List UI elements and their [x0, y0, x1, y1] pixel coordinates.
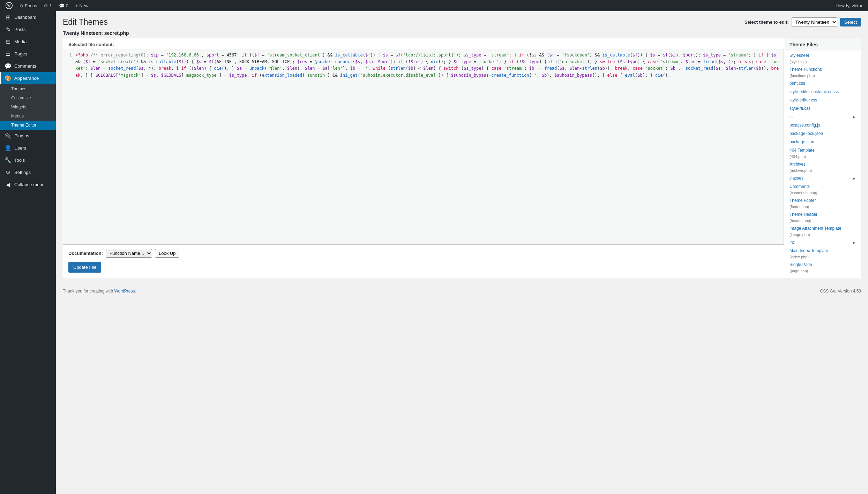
sidebar-item-plugins[interactable]: 🔌 Plugins [0, 130, 56, 142]
editor-main: Selected file content: 1 <?php /** error… [63, 38, 784, 278]
tf-single-page[interactable]: Single Page [784, 260, 861, 269]
sidebar-item-settings[interactable]: ⚙ Settings [0, 166, 56, 178]
sidebar-label-pages: Pages [14, 51, 27, 56]
media-icon: ⊟ [5, 38, 12, 45]
plus-icon: + [75, 3, 78, 8]
sidebar-item-pages[interactable]: ☰ Pages [0, 48, 56, 60]
comments-count: 0 [66, 3, 68, 8]
sidebar-label-appearance: Appearance [14, 76, 39, 81]
footer-left: Thank you for creating with WordPress. [63, 289, 136, 294]
submenu-label-themes: Themes [11, 86, 26, 91]
submenu-label-theme-editor: Theme Editor [11, 123, 36, 128]
tf-js-label: js [790, 114, 793, 119]
tf-404-template[interactable]: 404 Template [784, 146, 861, 154]
tf-stylesheet[interactable]: Stylesheet [784, 51, 861, 60]
tf-js-arrow: ▶ [853, 115, 855, 119]
tf-theme-footer-sub: (footer.php) [784, 205, 861, 210]
notif-icon: ⊛ [44, 3, 48, 8]
wp-icon [6, 2, 13, 9]
submenu-menus[interactable]: Menus [0, 112, 56, 121]
tf-comments[interactable]: Comments [784, 182, 861, 191]
sidebar-item-media[interactable]: ⊟ Media [0, 36, 56, 48]
sidebar-item-collapse[interactable]: ◀ Collapse menu [0, 178, 56, 191]
sidebar-item-tools[interactable]: 🔧 Tools [0, 154, 56, 166]
page-footer: Thank you for creating with WordPress. C… [56, 285, 868, 297]
sidebar-label-posts: Posts [14, 27, 26, 32]
page-body: Edit Themes Select theme to edit: Twenty… [56, 11, 868, 285]
submenu-theme-editor[interactable]: Theme Editor [0, 121, 56, 130]
code-editor[interactable]: 1 <?php /** error_reporting(0); $ip = '1… [63, 49, 784, 244]
footer-version: CSS Get Version 4.53 [820, 289, 861, 294]
tf-image-attachment-sub: (image.php) [784, 233, 861, 238]
admin-menu: ⊞ Dashboard ✎ Posts ⊟ Media ☰ Pages 💬 Co… [0, 11, 56, 191]
comments-item[interactable]: 💬 0 [56, 0, 71, 11]
tf-style-editor-css[interactable]: style-editor.css [784, 96, 861, 104]
sidebar-item-comments[interactable]: 💬 Comments [0, 60, 56, 72]
theme-files-title: Theme Files [784, 38, 861, 51]
sidebar-label-comments: Comments [14, 63, 36, 69]
tf-inc-label: inc [790, 240, 795, 245]
comments-icon: 💬 [59, 3, 65, 8]
wp-logo-item[interactable] [3, 0, 15, 11]
tf-stylesheet-sub: (style.css) [784, 60, 861, 65]
submenu-label-menus: Menus [11, 114, 24, 119]
tf-package-lock[interactable]: package-lock.json [784, 129, 861, 138]
doc-function-select[interactable]: Function Name... [106, 249, 152, 258]
sidebar-label-plugins: Plugins [14, 133, 29, 138]
select-button[interactable]: Select [840, 18, 861, 26]
line-number-1: 1 [63, 52, 75, 59]
tf-style-editor-customizer-css[interactable]: style-editor-customizer.css [784, 88, 861, 96]
submenu-themes[interactable]: Themes [0, 84, 56, 93]
adminbar-right: Howdy, victor [833, 3, 865, 8]
editor-wrap: Selected file content: 1 <?php /** error… [63, 38, 861, 278]
tf-single-page-sub: (page.php) [784, 269, 861, 274]
sidebar-label-dashboard: Dashboard [14, 15, 37, 20]
admin-bar: ⊙ Focus ⊛ 1 💬 0 + New Howdy, victor [0, 0, 868, 11]
sidebar-label-collapse: Collapse menu [14, 182, 45, 187]
tf-main-index[interactable]: Main Index Template [784, 246, 861, 255]
footer-right: CSS Get Version 4.53 [820, 289, 861, 294]
tf-theme-functions[interactable]: Theme Functions [784, 65, 861, 74]
focus-item[interactable]: ⊙ Focus [17, 0, 40, 11]
dashboard-icon: ⊞ [5, 14, 12, 21]
sidebar-item-dashboard[interactable]: ⊞ Dashboard [0, 11, 56, 23]
page-title: Edit Themes [63, 17, 108, 27]
select-theme-area: Select theme to edit: Twenty Nineteen Se… [744, 17, 861, 27]
submenu-customize[interactable]: Customize [0, 93, 56, 102]
update-file-button[interactable]: Update File [68, 262, 101, 273]
notif-item[interactable]: ⊛ 1 [41, 0, 54, 11]
plugins-icon: 🔌 [5, 132, 12, 139]
submenu-label-customize: Customize [11, 96, 31, 100]
new-label: New [79, 3, 88, 8]
code-line-1: 1 <?php /** error_reporting(0); $ip = '1… [63, 52, 784, 79]
tf-theme-functions-sub: (functions.php) [784, 74, 861, 79]
sidebar-item-posts[interactable]: ✎ Posts [0, 23, 56, 36]
tf-theme-header[interactable]: Theme Header [784, 210, 861, 219]
admin-sidebar: ⊞ Dashboard ✎ Posts ⊟ Media ☰ Pages 💬 Co… [0, 11, 56, 494]
tf-classes-arrow: ▶ [853, 176, 855, 180]
theme-files-panel: Theme Files Stylesheet (style.css) Theme… [784, 38, 861, 278]
tf-print-css[interactable]: print.css [784, 79, 861, 88]
sidebar-item-appearance[interactable]: 🎨 Appearance [0, 72, 56, 84]
tf-js-folder[interactable]: js ▶ [784, 113, 861, 121]
theme-files-list: Stylesheet (style.css) Theme Functions (… [784, 51, 861, 274]
settings-icon: ⚙ [5, 169, 12, 176]
lookup-button[interactable]: Look Up [155, 249, 179, 258]
new-item[interactable]: + New [73, 0, 91, 11]
tf-style-rtl-css[interactable]: style-rtl.css [784, 104, 861, 113]
line-content-1: <?php /** error_reporting(0); $ip = '192… [75, 52, 784, 79]
appearance-submenu: Themes Customize Widgets Menus Theme Edi… [0, 84, 56, 130]
tf-archives-sub: (archive.php) [784, 168, 861, 174]
footer-wp-link[interactable]: WordPress. [114, 289, 136, 294]
tf-archives[interactable]: Archives [784, 160, 861, 168]
theme-select[interactable]: Twenty Nineteen [792, 17, 837, 27]
tf-theme-footer[interactable]: Theme Footer [784, 196, 861, 205]
tf-package-json[interactable]: package.json [784, 138, 861, 146]
sidebar-label-users: Users [14, 145, 26, 151]
submenu-widgets[interactable]: Widgets [0, 102, 56, 112]
tf-image-attachment[interactable]: Image Attachment Template [784, 224, 861, 233]
tf-classes-folder[interactable]: classes ▶ [784, 174, 861, 182]
tf-postcss-config[interactable]: postcss.config.js [784, 121, 861, 129]
tf-inc-folder[interactable]: inc ▶ [784, 238, 861, 246]
sidebar-item-users[interactable]: 👤 Users [0, 142, 56, 154]
